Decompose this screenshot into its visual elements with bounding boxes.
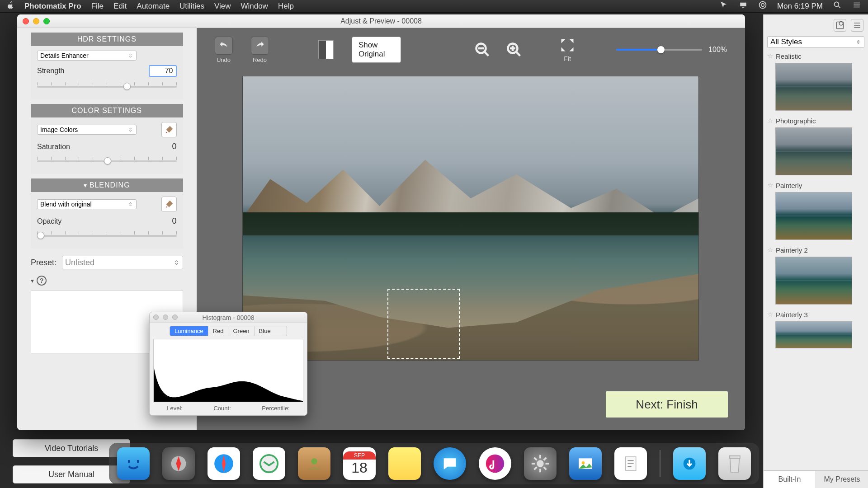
star-icon[interactable]: ☆ (767, 117, 773, 125)
spotlight-icon[interactable] (833, 0, 842, 12)
histogram-channel-tabs[interactable]: Luminance Red Green Blue (170, 326, 287, 336)
saturation-label: Saturation (37, 143, 70, 151)
styles-filter-dropdown[interactable]: All Styles⇳ (767, 36, 864, 48)
preset-thumbnail[interactable] (775, 257, 852, 305)
preset-painterly[interactable]: ☆Painterly (767, 180, 864, 240)
strength-slider[interactable] (37, 81, 177, 91)
preset-thumbnail[interactable] (775, 63, 852, 111)
dock-notes-icon[interactable] (388, 447, 421, 480)
preset-thumbnail[interactable] (775, 192, 852, 240)
control-center-icon[interactable] (852, 1, 862, 11)
selection-marquee[interactable] (387, 289, 460, 359)
opacity-slider[interactable] (37, 230, 177, 240)
menubar-clock[interactable]: Mon 6:19 PM (777, 2, 823, 11)
dock-settings-icon[interactable] (524, 447, 557, 480)
download-icon (680, 455, 698, 473)
dock-mail-icon[interactable] (253, 447, 285, 480)
zoom-out-icon (474, 42, 491, 58)
star-icon[interactable]: ☆ (767, 310, 773, 319)
zoom-in-icon (506, 42, 522, 58)
zoom-in-button[interactable] (505, 41, 523, 59)
list-icon (853, 21, 862, 30)
hist-minimize-button[interactable] (163, 314, 168, 320)
dock-safari-icon[interactable] (208, 447, 240, 480)
presets-list-view-button[interactable] (851, 19, 863, 32)
apple-menu-icon[interactable] (6, 1, 14, 11)
preset-painterly-2[interactable]: ☆Painterly 2 (767, 244, 864, 305)
status-display-icon[interactable] (738, 1, 748, 11)
mac-menubar: Photomatix Pro File Edit Automate Utilit… (0, 0, 868, 13)
blend-mode-dropdown[interactable]: Blend with original⇳ (37, 199, 137, 209)
menu-utilities[interactable]: Utilities (179, 2, 204, 11)
dock-finder-icon[interactable] (117, 447, 150, 480)
show-original-button[interactable]: Show Original (352, 37, 401, 63)
app-name[interactable]: Photomatix Pro (24, 2, 81, 11)
dock-calendar-icon[interactable]: SEP 18 (343, 447, 376, 480)
menu-edit[interactable]: Edit (113, 2, 127, 11)
zoom-out-button[interactable] (473, 41, 491, 59)
preset-realistic[interactable]: ☆Realistic (767, 51, 864, 111)
fit-icon (559, 37, 576, 53)
status-sync-icon[interactable] (758, 0, 767, 12)
window-zoom-button[interactable] (43, 18, 50, 24)
color-mode-dropdown[interactable]: Image Colors⇳ (37, 125, 137, 135)
next-finish-button[interactable]: Next: Finish (606, 391, 728, 418)
histogram-window[interactable]: Histogram - 00008 Luminance Red Green Bl… (149, 312, 307, 416)
preview-image[interactable] (242, 76, 699, 361)
hist-level-label: Level: (167, 405, 183, 412)
star-icon[interactable]: ☆ (767, 181, 773, 189)
hist-zoom-button[interactable] (172, 314, 178, 320)
undo-button[interactable]: Undo (215, 37, 233, 63)
star-icon[interactable]: ☆ (767, 246, 773, 254)
star-icon[interactable]: ☆ (767, 52, 773, 60)
hist-tab-luminance[interactable]: Luminance (170, 326, 208, 336)
saturation-slider[interactable] (37, 156, 177, 166)
strength-label: Strength (37, 67, 64, 75)
menu-automate[interactable]: Automate (137, 2, 170, 11)
chevron-updown-icon: ⇳ (127, 127, 133, 132)
disclosure-triangle-icon[interactable]: ▾ (31, 277, 34, 284)
menu-file[interactable]: File (91, 2, 104, 11)
dock-messages-icon[interactable] (434, 447, 466, 480)
tab-built-in[interactable]: Built-In (764, 471, 816, 488)
blending-header[interactable]: BLENDING (31, 178, 183, 192)
dock-textedit-icon[interactable] (614, 447, 647, 480)
dock-preview-icon[interactable] (569, 447, 602, 480)
blend-brush-button[interactable] (161, 197, 177, 212)
menu-view[interactable]: View (214, 2, 231, 11)
color-brush-button[interactable] (161, 122, 177, 137)
help-icon[interactable]: ? (37, 276, 47, 286)
preview-toolbar: Undo Redo Show Original Fit (197, 28, 745, 71)
hist-close-button[interactable] (153, 314, 159, 320)
preset-painterly-3[interactable]: ☆Painterly 3 (767, 309, 864, 348)
strength-value-input[interactable] (149, 65, 177, 77)
hdr-method-dropdown[interactable]: Details Enhancer⇳ (37, 51, 137, 61)
hist-tab-green[interactable]: Green (228, 326, 254, 336)
preset-thumbnail[interactable] (775, 127, 852, 175)
menu-window[interactable]: Window (241, 2, 268, 11)
dock-downloads-icon[interactable] (673, 447, 706, 480)
preset-thumbnail[interactable] (775, 321, 852, 348)
dock-music-icon[interactable] (479, 447, 511, 480)
presets-thumb-view-button[interactable] (834, 19, 846, 32)
preset-row: Preset: Unlisted⇳ (31, 256, 183, 269)
color-settings-header: COLOR SETTINGS (31, 104, 183, 117)
hist-tab-blue[interactable]: Blue (255, 326, 275, 336)
fit-button[interactable]: Fit (559, 37, 576, 62)
window-close-button[interactable] (23, 18, 29, 24)
menu-help[interactable]: Help (278, 2, 294, 11)
hist-tab-red[interactable]: Red (208, 326, 229, 336)
split-compare-button[interactable] (318, 40, 333, 59)
redo-button[interactable]: Redo (251, 37, 269, 63)
dock-contacts-icon[interactable] (298, 447, 330, 480)
opacity-value: 0 (172, 216, 176, 226)
dock-trash-icon[interactable] (718, 447, 751, 480)
status-cursor-icon[interactable] (719, 1, 728, 11)
zoom-slider[interactable]: 100% (616, 46, 727, 54)
tab-my-presets[interactable]: My Presets (816, 471, 868, 488)
dock-launchpad-icon[interactable] (162, 447, 195, 480)
window-minimize-button[interactable] (33, 18, 39, 24)
preset-photographic[interactable]: ☆Photographic (767, 115, 864, 175)
titlebar[interactable]: Adjust & Preview - 00008 (17, 14, 745, 28)
preset-dropdown[interactable]: Unlisted⇳ (62, 256, 183, 269)
